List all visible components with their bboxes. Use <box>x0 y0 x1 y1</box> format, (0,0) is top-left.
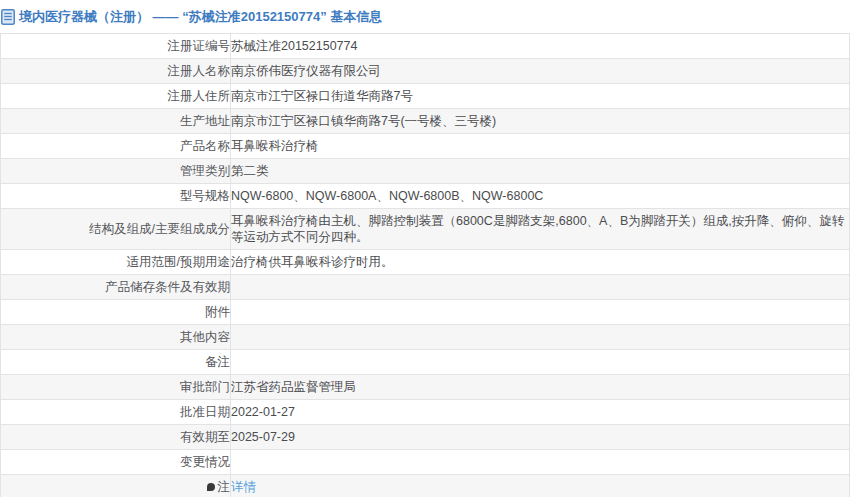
table-row: 管理类别 第二类 <box>1 159 850 184</box>
table-row: 适用范围/预期用途 治疗椅供耳鼻喉科诊疗时用。 <box>1 250 850 275</box>
table-row: 型号规格 NQW-6800、NQW-6800A、NQW-6800B、NQW-68… <box>1 184 850 209</box>
row-label: 产品储存条件及有效期 <box>1 275 231 300</box>
row-label: 备注 <box>1 350 231 375</box>
page-title: 境内医疗器械（注册） —— “苏械注准20152150774” 基本信息 <box>19 8 382 26</box>
row-value: 耳鼻喉科治疗椅由主机、脚踏控制装置（6800C是脚踏支架,6800、A、B为脚踏… <box>231 209 850 250</box>
row-label: 产品名称 <box>1 134 231 159</box>
table-row: 变更情况 <box>1 450 850 475</box>
row-value: 南京侨伟医疗仪器有限公司 <box>231 59 850 84</box>
table-row: 备注 <box>1 350 850 375</box>
page-header: 境内医疗器械（注册） —— “苏械注准20152150774” 基本信息 <box>0 0 850 33</box>
table-row: 注册人名称 南京侨伟医疗仪器有限公司 <box>1 59 850 84</box>
table-row: 有效期至 2025-07-29 <box>1 425 850 450</box>
table-row: 产品储存条件及有效期 <box>1 275 850 300</box>
row-label: 注册证编号 <box>1 34 231 59</box>
row-value: 江苏省药品监督管理局 <box>231 375 850 400</box>
row-label: 注 <box>1 475 231 497</box>
table-row: 结构及组成/主要组成成分 耳鼻喉科治疗椅由主机、脚踏控制装置（6800C是脚踏支… <box>1 209 850 250</box>
row-value: 治疗椅供耳鼻喉科诊疗时用。 <box>231 250 850 275</box>
table-row: 产品名称 耳鼻喉科治疗椅 <box>1 134 850 159</box>
row-value: NQW-6800、NQW-6800A、NQW-6800B、NQW-6800C <box>231 184 850 209</box>
row-label: 有效期至 <box>1 425 231 450</box>
row-label: 结构及组成/主要组成成分 <box>1 209 231 250</box>
detail-link[interactable]: 详情 <box>231 480 256 494</box>
row-label: 注册人住所 <box>1 84 231 109</box>
table-row: 生产地址 南京市江宁区禄口镇华商路7号(一号楼、三号楼) <box>1 109 850 134</box>
row-value <box>231 275 850 300</box>
row-value: 详情 <box>231 475 850 497</box>
table-row: 审批部门 江苏省药品监督管理局 <box>1 375 850 400</box>
row-value <box>231 450 850 475</box>
document-icon <box>1 9 15 25</box>
row-label: 适用范围/预期用途 <box>1 250 231 275</box>
table-row: 附件 <box>1 300 850 325</box>
table-row: 注 详情 <box>1 475 850 497</box>
row-value <box>231 350 850 375</box>
row-label: 附件 <box>1 300 231 325</box>
row-label: 注册人名称 <box>1 59 231 84</box>
table-row: 注册证编号 苏械注准20152150774 <box>1 34 850 59</box>
note-label: 注 <box>218 480 231 494</box>
pin-icon <box>207 483 215 491</box>
table-row: 注册人住所 南京市江宁区禄口街道华商路7号 <box>1 84 850 109</box>
row-value <box>231 300 850 325</box>
row-label: 批准日期 <box>1 400 231 425</box>
row-label: 管理类别 <box>1 159 231 184</box>
row-value: 南京市江宁区禄口镇华商路7号(一号楼、三号楼) <box>231 109 850 134</box>
registration-info-table: 注册证编号 苏械注准20152150774 注册人名称 南京侨伟医疗仪器有限公司… <box>0 33 850 497</box>
row-value: 苏械注准20152150774 <box>231 34 850 59</box>
row-value: 南京市江宁区禄口街道华商路7号 <box>231 84 850 109</box>
table-row: 批准日期 2022-01-27 <box>1 400 850 425</box>
row-label: 型号规格 <box>1 184 231 209</box>
row-value: 2025-07-29 <box>231 425 850 450</box>
row-label: 其他内容 <box>1 325 231 350</box>
row-value: 第二类 <box>231 159 850 184</box>
table-row: 其他内容 <box>1 325 850 350</box>
row-label: 生产地址 <box>1 109 231 134</box>
row-label: 审批部门 <box>1 375 231 400</box>
row-value <box>231 325 850 350</box>
row-value: 2022-01-27 <box>231 400 850 425</box>
row-label: 变更情况 <box>1 450 231 475</box>
row-value: 耳鼻喉科治疗椅 <box>231 134 850 159</box>
